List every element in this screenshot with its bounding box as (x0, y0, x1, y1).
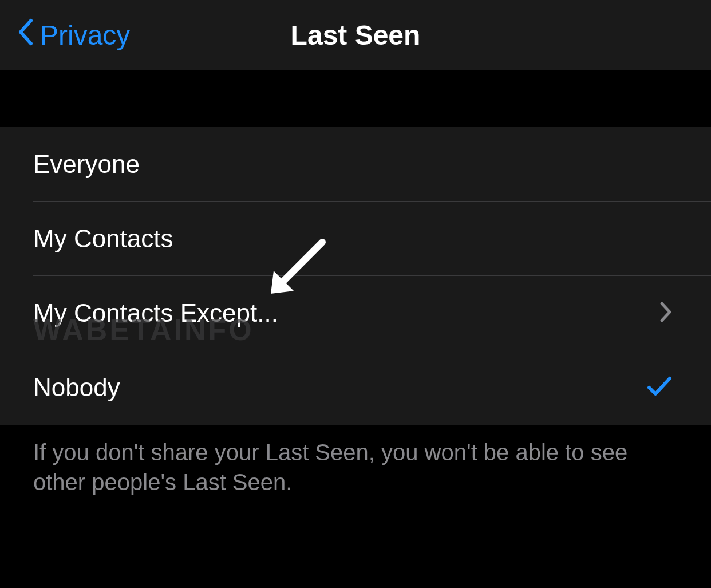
back-label: Privacy (40, 19, 130, 51)
footer-description: If you don't share your Last Seen, you w… (0, 425, 711, 510)
chevron-right-icon (659, 301, 672, 325)
option-everyone[interactable]: Everyone (0, 127, 711, 202)
checkmark-icon (647, 375, 672, 400)
options-list: Everyone My Contacts My Contacts Except.… (0, 127, 711, 425)
back-button[interactable]: Privacy (0, 18, 130, 52)
navigation-bar: Privacy Last Seen (0, 0, 711, 70)
option-label: My Contacts Except... (33, 299, 659, 327)
option-my-contacts[interactable]: My Contacts (0, 202, 711, 276)
option-label: Nobody (33, 373, 647, 402)
option-my-contacts-except[interactable]: My Contacts Except... (0, 276, 711, 350)
content-spacer (0, 70, 711, 127)
option-label: My Contacts (33, 224, 678, 253)
page-title: Last Seen (291, 19, 421, 51)
option-nobody[interactable]: Nobody (0, 350, 711, 425)
option-label: Everyone (33, 150, 678, 179)
chevron-left-icon (17, 18, 33, 52)
